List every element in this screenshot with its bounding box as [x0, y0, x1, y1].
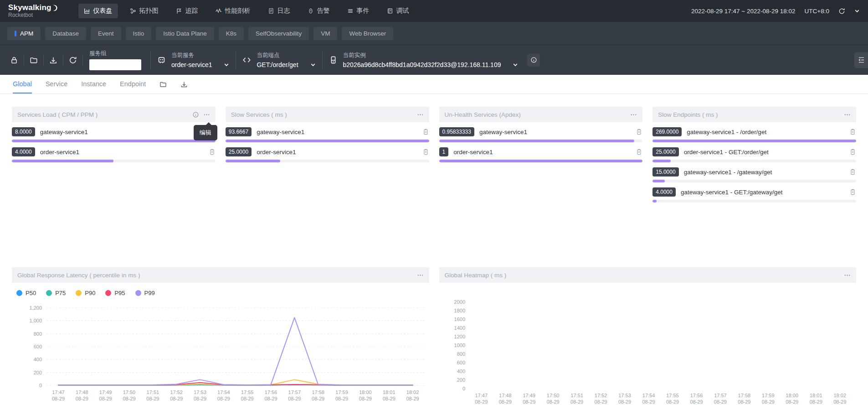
debug-icon [387, 8, 393, 14]
refresh-button[interactable] [838, 8, 845, 15]
clipboard-icon[interactable] [636, 128, 642, 135]
menu-label: 日志 [277, 7, 290, 15]
svg-text:0: 0 [39, 383, 42, 388]
metric-bar-track [652, 180, 856, 182]
metric-row: 8.0000 gateway-service1 [12, 127, 216, 142]
svg-text:08-29: 08-29 [264, 396, 277, 401]
clipboard-icon[interactable] [422, 148, 429, 156]
layer-tab-istio[interactable]: Istio [126, 27, 152, 40]
legend-p75[interactable]: P75 [46, 290, 66, 296]
layer-tab-istio-data-plane[interactable]: Istio Data Plane [156, 27, 214, 40]
code-brackets-icon [242, 56, 251, 64]
tab-instance[interactable]: Instance [81, 75, 106, 93]
charts-grid: Global Response Latency ( percentile in … [12, 267, 856, 405]
metric-value-badge: 0.95833333 [439, 127, 474, 136]
svg-text:08-29: 08-29 [618, 399, 631, 405]
trace-icon [176, 8, 182, 14]
more-icon[interactable] [203, 111, 210, 118]
more-icon[interactable] [844, 272, 851, 279]
clipboard-icon[interactable] [422, 128, 429, 135]
metric-row: 0.95833333 gateway-service1 [439, 127, 643, 142]
time-picker-chevron[interactable] [854, 8, 860, 14]
layer-tab-label: Web Browser [349, 30, 386, 37]
nav-debug[interactable]: 调试 [381, 4, 415, 18]
layer-tab-web-browser[interactable]: Web Browser [342, 27, 393, 40]
reload-button[interactable] [63, 56, 82, 64]
legend-p99[interactable]: P99 [135, 290, 155, 296]
clipboard-icon[interactable] [636, 148, 642, 156]
metric-entity-name[interactable]: gateway-service1 [479, 129, 631, 135]
nav-event[interactable]: 事件 [342, 4, 375, 18]
time-range[interactable]: 2022-08-29 17:47 ~ 2022-08-29 18:02 [691, 8, 796, 15]
layer-tab-vm[interactable]: VM [313, 27, 337, 40]
service-group-input[interactable] [89, 59, 141, 70]
current-instance-select[interactable]: 当前实例 b2026a96d8cb4ff8bd1a0942d32f2d33@19… [329, 52, 519, 68]
metric-bar [439, 140, 635, 142]
layer-tab-selfobservability[interactable]: SelfObservability [248, 27, 309, 40]
metric-entity-name[interactable]: order-service1 - GET:/order/get [684, 149, 844, 156]
nav-log[interactable]: 日志 [262, 4, 296, 18]
folder-icon[interactable] [159, 81, 167, 88]
tab-global[interactable]: Global [13, 75, 32, 93]
more-icon[interactable] [630, 111, 637, 118]
info-button[interactable] [527, 54, 540, 67]
legend-p90[interactable]: P90 [76, 290, 95, 296]
legend-dot [135, 290, 141, 296]
log-icon [268, 8, 274, 14]
layer-tab-k8s[interactable]: K8s [219, 27, 244, 40]
heatmap-card: Global Heatmap ( ms ) 020040060080010001… [439, 267, 857, 405]
layer-tab-apm[interactable]: APM [7, 27, 41, 40]
metric-entity-name[interactable]: order-service1 [257, 149, 417, 156]
export-button[interactable] [44, 56, 63, 64]
more-icon[interactable] [844, 111, 851, 118]
metric-entity-name[interactable]: gateway-service1 - GET:/gateway/get [681, 189, 844, 196]
more-icon[interactable] [417, 272, 424, 279]
current-service-select[interactable]: 当前服务 order-service1 [157, 52, 229, 68]
clipboard-icon[interactable] [849, 188, 856, 196]
svg-text:400: 400 [34, 357, 42, 362]
edit-tooltip[interactable]: 编辑 [194, 125, 217, 140]
clipboard-icon[interactable] [849, 128, 856, 135]
lock-button[interactable] [5, 56, 24, 64]
info-icon[interactable] [192, 111, 199, 118]
layer-tabs-row: APMDatabaseEventIstioIstio Data PlaneK8s… [0, 22, 868, 45]
metric-entity-name[interactable]: gateway-service1 [257, 129, 417, 135]
metric-bar-track [226, 140, 429, 142]
folder-button[interactable] [24, 56, 43, 64]
nav-alarm[interactable]: 告警 [302, 4, 335, 18]
svg-text:18:00: 18:00 [359, 389, 372, 395]
nav-dashboard[interactable]: 仪表盘 [78, 4, 118, 18]
topology-icon [130, 8, 136, 14]
more-icon[interactable] [417, 111, 424, 118]
metric-value-badge: 8.0000 [12, 127, 35, 136]
layer-tab-database[interactable]: Database [45, 27, 86, 40]
metric-entity-name[interactable]: gateway-service1 - /gateway/get [684, 169, 844, 176]
current-endpoint-select[interactable]: 当前端点 GET:/order/get [242, 52, 315, 68]
chevron-down-icon [224, 62, 229, 68]
svg-text:08-29: 08-29 [666, 399, 678, 405]
nav-profile[interactable]: 性能剖析 [210, 4, 256, 18]
svg-text:17:53: 17:53 [618, 393, 631, 398]
clipboard-icon[interactable] [209, 148, 216, 156]
svg-text:17:52: 17:52 [594, 393, 607, 398]
legend-p95[interactable]: P95 [105, 290, 125, 296]
legend-p50[interactable]: P50 [16, 290, 36, 296]
metric-value-badge: 4.0000 [12, 147, 35, 156]
metric-row: 269.0000 gateway-service1 - /order/get [652, 127, 856, 142]
collapse-sidebar-button[interactable] [854, 52, 868, 68]
metric-entity-name[interactable]: gateway-service1 [40, 129, 204, 135]
clipboard-icon[interactable] [849, 168, 856, 176]
layer-tab-event[interactable]: Event [91, 27, 121, 40]
timezone[interactable]: UTC+8:0 [805, 8, 829, 15]
divider [322, 51, 323, 70]
metric-entity-name[interactable]: order-service1 [40, 149, 204, 156]
tab-service[interactable]: Service [46, 75, 67, 93]
card-title: Global Response Latency ( percentile in … [17, 272, 140, 279]
metric-entity-name[interactable]: gateway-service1 - /order/get [687, 129, 844, 135]
clipboard-icon[interactable] [849, 148, 856, 156]
nav-topology[interactable]: 拓扑图 [124, 4, 164, 18]
download-icon[interactable] [180, 81, 188, 88]
metric-entity-name[interactable]: order-service1 [453, 149, 631, 156]
tab-endpoint[interactable]: Endpoint [120, 75, 146, 93]
nav-trace[interactable]: 追踪 [170, 4, 204, 18]
